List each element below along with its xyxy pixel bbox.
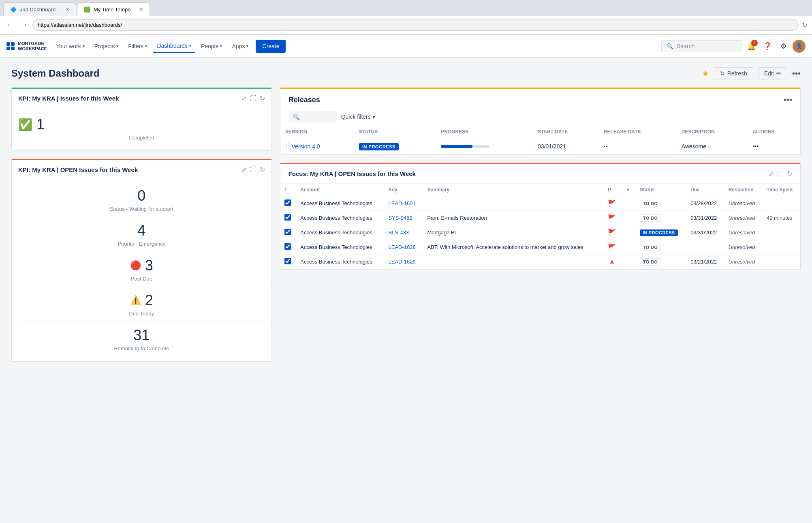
app-header: MORTGAGE WORKSPACE Your work ▾ Projects … [0, 35, 812, 58]
summary-cell [423, 255, 604, 269]
releases-search-box[interactable]: 🔍 [288, 111, 337, 122]
exclamation-icon: 🔴 [130, 260, 141, 271]
expand-icon[interactable]: ⤢ [769, 170, 774, 178]
resolution-text: Unresolved [729, 244, 755, 250]
tab-jira-dashboard[interactable]: 🔷 Jira Dashboard ✕ [3, 2, 76, 16]
issue-key-link[interactable]: LEAD-1628 [389, 244, 416, 250]
nav-dashboards[interactable]: Dashboards ▾ [153, 39, 195, 53]
version-name[interactable]: Version 4.0 [292, 143, 320, 150]
col-resolution: Resolution [724, 184, 763, 196]
issue-row-4: Access Business Technologies LEAD-1628 A… [280, 240, 800, 255]
more-options-button[interactable]: ••• [792, 69, 801, 78]
tab-favicon-jira: 🔷 [10, 6, 17, 13]
issues-header-row: T Account Key Summary P ▼ Status Due Res… [280, 184, 800, 196]
refresh-widget-icon[interactable]: ↻ [260, 94, 265, 102]
row-checkbox[interactable] [284, 214, 291, 221]
issue-key-link[interactable]: LEAD-1601 [389, 200, 416, 206]
summary-cell: Pam: E-mails Restoration [423, 211, 604, 225]
col-header-actions: Actions [748, 126, 800, 138]
address-input[interactable] [32, 19, 799, 31]
actions-cell[interactable]: ••• [748, 138, 800, 154]
kpi-completed-section: ✅ 1 Completed [18, 113, 265, 144]
col-status: Status [636, 184, 686, 196]
avatar-image: 👤 [796, 43, 802, 49]
search-icon: 🔍 [667, 43, 673, 49]
widget-header-kpi1: KPI: My KRA | Issues for this Week ⤢ ⛶ ↻ [12, 89, 271, 106]
kpi-completed-number: ✅ 1 [18, 116, 265, 133]
releases-widget: Releases ••• 🔍 Quick filters ▾ Vers [280, 88, 801, 155]
forward-button[interactable]: → [19, 19, 29, 31]
nav-projects[interactable]: Projects ▾ [90, 40, 123, 53]
widget-body-kpi1: ✅ 1 Completed [12, 106, 271, 150]
priority-highest-icon: 🔺 [608, 258, 616, 265]
chevron-down-icon: ▾ [116, 44, 118, 48]
notifications-button[interactable]: 🔔 5 [744, 39, 759, 54]
releases-title: Releases [288, 96, 320, 104]
priority-high-icon: 🚩 [608, 229, 616, 236]
row-checkbox[interactable] [284, 199, 291, 206]
tab-my-time-tempo[interactable]: 🟩 My Time Tempo ✕ [77, 2, 150, 16]
widget-body-kpi2: 0 Status - Waiting for support 4 Priorit… [12, 178, 271, 361]
releases-toolbar: 🔍 Quick filters ▾ [280, 108, 800, 126]
resolution-text: Unresolved [729, 229, 755, 236]
col-key: Key [385, 184, 423, 196]
start-date-cell: 03/01/2021 [533, 138, 599, 154]
warning-icon: ⚠️ [130, 295, 141, 306]
issue-key-link[interactable]: LEAD-1629 [389, 259, 416, 265]
logo-text: MORTGAGE WORKSPACE [18, 41, 47, 51]
nav-apps[interactable]: Apps ▾ [228, 40, 252, 53]
back-button[interactable]: ← [5, 19, 15, 31]
drag-handle-icon[interactable]: ⠿ [285, 143, 290, 150]
nav-filters[interactable]: Filters ▾ [124, 40, 151, 53]
left-column: KPI: My KRA | Issues for this Week ⤢ ⛶ ↻… [11, 88, 272, 362]
focus-controls: ⤢ ⛶ ↻ [769, 170, 792, 178]
refresh-widget-icon[interactable]: ↻ [260, 166, 265, 174]
issue-row-2: Access Business Technologies SYS-9482 Pa… [280, 211, 800, 225]
col-t: T [280, 184, 297, 196]
issue-key-link[interactable]: SYS-9482 [389, 215, 412, 221]
fullscreen-icon[interactable]: ⛶ [777, 170, 784, 178]
help-button[interactable]: ❓ [760, 39, 775, 54]
col-sort: ▼ [622, 184, 636, 196]
reload-button[interactable]: ↻ [802, 21, 807, 29]
edit-button[interactable]: Edit ✏ [758, 67, 787, 79]
focus-title: Focus: My KRA | OPEN Issues for this Wee… [288, 170, 416, 177]
kpi-row-2: 🔴 3 Past Due [18, 254, 265, 285]
progress-bar [441, 145, 489, 148]
create-button[interactable]: Create [256, 40, 286, 53]
col-header-status: Status [354, 126, 436, 138]
row-checkbox[interactable] [284, 229, 291, 235]
row-checkbox[interactable] [284, 243, 291, 250]
settings-button[interactable]: ⚙ [776, 39, 791, 54]
star-button[interactable]: ★ [702, 69, 709, 78]
issue-row-3: Access Business Technologies SLS-433 Mor… [280, 225, 800, 240]
tab-close-jira[interactable]: ✕ [66, 7, 69, 12]
avatar[interactable]: 👤 [793, 40, 806, 53]
col-p: P [604, 184, 622, 196]
releases-more-button[interactable]: ••• [784, 95, 792, 105]
col-header-start-date: Start date [533, 126, 599, 138]
fullscreen-icon[interactable]: ⛶ [250, 94, 256, 102]
summary-cell: Mortgage BI [423, 225, 604, 240]
row-checkbox[interactable] [284, 258, 291, 264]
resolution-text: Unresolved [729, 200, 755, 206]
logo-grid-icon [6, 42, 15, 50]
search-icon: 🔍 [293, 114, 299, 120]
summary-cell [423, 196, 604, 211]
expand-icon[interactable]: ⤢ [241, 94, 247, 102]
issue-key-link[interactable]: SLS-433 [389, 229, 409, 236]
nav-people[interactable]: People ▾ [197, 40, 227, 53]
expand-icon[interactable]: ⤢ [241, 166, 247, 174]
fullscreen-icon[interactable]: ⛶ [250, 166, 256, 174]
refresh-button[interactable]: ↻ Refresh [714, 67, 753, 79]
app-logo[interactable]: MORTGAGE WORKSPACE [6, 41, 47, 51]
search-box[interactable]: 🔍 Search [661, 40, 742, 52]
refresh-widget-icon[interactable]: ↻ [787, 170, 792, 178]
nav-your-work[interactable]: Your work ▾ [52, 40, 89, 53]
col-due: Due [686, 184, 724, 196]
notification-badge: 5 [751, 40, 758, 46]
issue-row-5: Access Business Technologies LEAD-1629 🔺… [280, 255, 800, 269]
quick-filters-button[interactable]: Quick filters ▾ [341, 114, 375, 120]
col-header-description: Description [677, 126, 748, 138]
tab-close-tempo[interactable]: ✕ [139, 7, 143, 12]
